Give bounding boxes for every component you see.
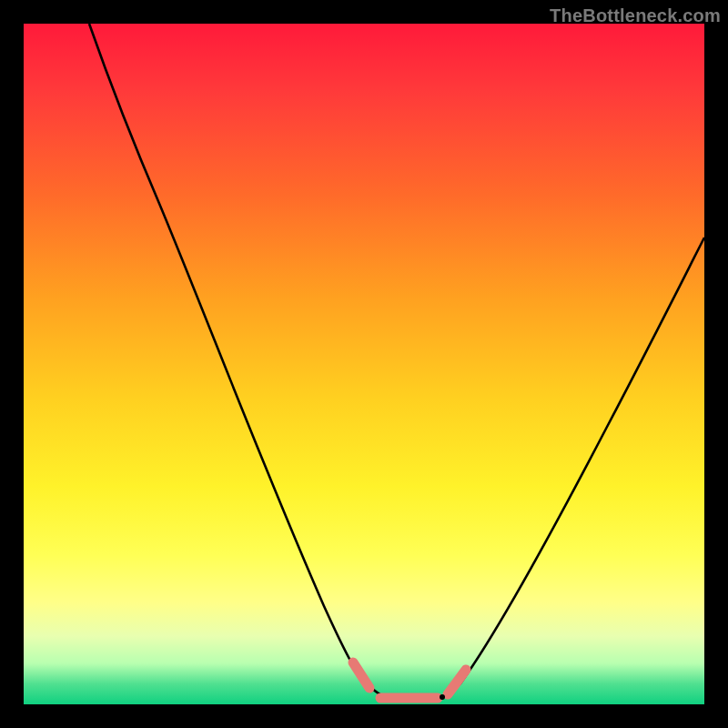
salmon-marker-group	[353, 662, 466, 700]
chart-frame: TheBottleneck.com	[0, 0, 728, 728]
salmon-segment-right	[448, 670, 466, 694]
chart-svg	[24, 24, 704, 704]
plot-area	[24, 24, 704, 704]
salmon-dot	[440, 694, 445, 700]
salmon-segment-left	[353, 662, 369, 688]
attribution-text: TheBottleneck.com	[550, 5, 721, 26]
bottleneck-curve	[89, 24, 704, 699]
